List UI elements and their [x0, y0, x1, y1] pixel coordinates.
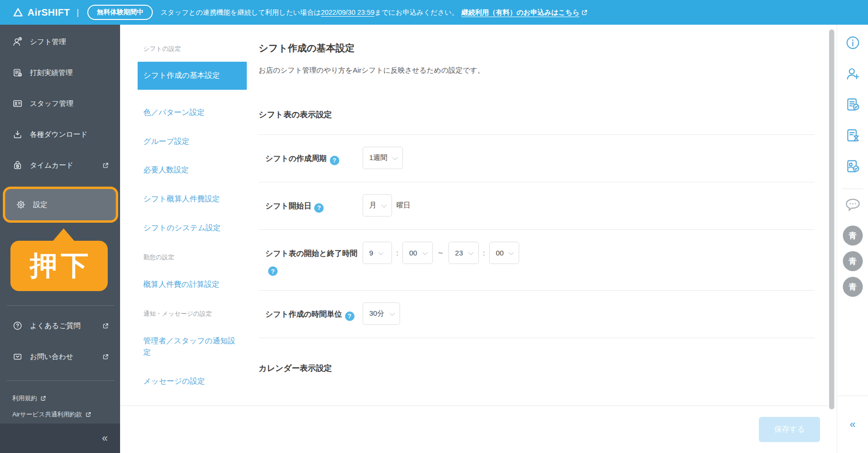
nav-item-group[interactable]: グループ設定 [138, 136, 247, 148]
air-common-terms-link-label: Airサービス共通利用約款 [12, 410, 82, 419]
nav-item-notification-settings[interactable]: 管理者／スタッフの通知設定 [138, 335, 247, 359]
right-rail: 青 青 青 « [837, 25, 868, 453]
chevron-down-icon [378, 249, 383, 255]
nav-section-notifications: 通知・メッセージの設定 [138, 310, 247, 318]
section-heading-shift-display: シフト表の表示設定 [259, 109, 814, 120]
shift-confirm-button[interactable] [843, 95, 862, 114]
rail-collapse-button[interactable]: « [849, 419, 855, 430]
nav-item-color-pattern[interactable]: 色／パターン設定 [138, 107, 247, 119]
sidebar-item-faq[interactable]: よくあるご質問 [7, 316, 114, 335]
start-day-suffix: 曜日 [396, 201, 411, 210]
staff-avatar[interactable]: 青 [843, 251, 863, 271]
notice-suffix: までにお申込みください。 [374, 8, 458, 17]
sidebar-item-settings[interactable]: 設定 [10, 195, 112, 214]
sidebar-item-shift-management[interactable]: シフト管理 [7, 32, 114, 51]
end-hour-select[interactable]: 23 [448, 242, 479, 264]
external-link-icon [85, 412, 91, 417]
external-link-icon [103, 162, 109, 169]
paid-signup-link-label: 継続利用（有料）のお申込みはこちら [461, 8, 579, 17]
form-row-time-unit: シフト作成の時間単位? 30分 [259, 290, 814, 338]
sidebar-item-staff-management[interactable]: スタッフ管理 [7, 94, 114, 113]
time-colon: : [483, 249, 485, 257]
sidebar-item-label: 打刻実績管理 [30, 68, 73, 77]
info-icon [845, 35, 861, 51]
sidebar-item-contact[interactable]: お問い合わせ [7, 347, 114, 366]
save-button[interactable]: 保存する [759, 417, 820, 442]
sidebar-item-label: タイムカード [30, 161, 74, 170]
chevron-down-icon [389, 311, 394, 316]
start-day-value: 月 [369, 201, 376, 210]
notice-prefix: スタッフとの連携機能を継続して利用したい場合は [160, 8, 321, 17]
document-check-icon [845, 96, 861, 113]
help-icon[interactable]: ? [268, 266, 278, 276]
paid-signup-link[interactable]: 継続利用（有料）のお申込みはこちら [461, 8, 588, 17]
row-label: シフト開始日? [265, 194, 363, 214]
nav-item-shift-basic-settings[interactable]: シフト作成の基本設定 [138, 62, 247, 90]
person-clock-icon [12, 37, 23, 47]
form-divider [259, 338, 814, 338]
sidebar-item-label: 設定 [33, 200, 47, 209]
start-minute-value: 00 [409, 249, 417, 257]
sidebar-item-downloads[interactable]: 各種ダウンロード [7, 125, 114, 144]
air-triangle-logo-icon [12, 7, 24, 18]
nav-item-required-staff[interactable]: 必要人数設定 [138, 164, 247, 176]
chevron-down-icon [509, 249, 514, 255]
id-card-icon [12, 98, 23, 109]
external-link-icon [581, 9, 588, 16]
help-icon[interactable]: ? [345, 311, 355, 321]
end-minute-select[interactable]: 00 [489, 242, 520, 264]
card-person-check-icon [845, 158, 861, 174]
trial-badge: 無料体験期間中 [87, 5, 153, 20]
settings-nav: シフトの設定 シフト作成の基本設定 色／パターン設定 グループ設定 必要人数設定… [120, 25, 255, 453]
sidebar-item-time-record[interactable]: 打刻実績管理 [7, 63, 114, 82]
timecard-lock-icon [12, 160, 23, 170]
airshift-app: AirSHIFT | 無料体験期間中 スタッフとの連携機能を継続して利用したい場… [0, 0, 868, 453]
end-minute-value: 00 [496, 249, 504, 257]
end-hour-value: 23 [455, 249, 463, 257]
start-day-select[interactable]: 月 [363, 194, 392, 217]
terms-link[interactable]: 利用規約 [12, 394, 108, 403]
gear-icon [16, 199, 26, 210]
topbar: AirSHIFT | 無料体験期間中 スタッフとの連携機能を継続して利用したい場… [0, 0, 868, 25]
info-button[interactable] [843, 33, 862, 52]
staff-status-button[interactable] [843, 157, 862, 176]
shift-cycle-select[interactable]: 1週間 [363, 147, 403, 169]
nav-item-shift-system[interactable]: シフトのシステム設定 [138, 222, 247, 234]
press-callout: 押下 [10, 241, 108, 291]
external-link-icon [103, 354, 109, 360]
nav-item-labor-cost-estimate[interactable]: シフト概算人件費設定 [138, 193, 247, 205]
row-label-text: シフトの作成周期 [265, 154, 327, 162]
chevron-down-icon [422, 249, 428, 255]
chat-button[interactable] [843, 195, 862, 214]
question-circle-icon [12, 321, 23, 331]
help-icon[interactable]: ? [314, 203, 324, 213]
chevron-down-icon [392, 154, 398, 160]
download-icon [12, 129, 23, 140]
add-staff-button[interactable] [843, 64, 862, 83]
sidebar-footer: « [0, 424, 120, 453]
air-common-terms-link[interactable]: Airサービス共通利用約款 [12, 410, 108, 419]
shift-pending-button[interactable] [843, 126, 862, 145]
person-add-icon [845, 66, 861, 82]
form-row-shift-cycle: シフトの作成周期? 1週間 [259, 134, 814, 182]
sidebar-item-timecard[interactable]: タイムカード [7, 156, 114, 175]
notice-deadline: 2022/09/30 23:59 [321, 9, 374, 16]
time-unit-select[interactable]: 30分 [363, 302, 400, 325]
start-minute-select[interactable]: 00 [402, 242, 433, 264]
staff-avatar[interactable]: 青 [843, 277, 863, 297]
sidebar-collapse-button[interactable]: « [102, 433, 108, 444]
sidebar-item-label: よくあるご質問 [30, 321, 81, 330]
nav-item-labor-cost-calc[interactable]: 概算人件費の計算設定 [138, 279, 247, 291]
staff-avatar[interactable]: 青 [843, 226, 863, 245]
row-label-text: シフト表の開始と終了時間 [265, 249, 357, 257]
help-icon[interactable]: ? [330, 156, 339, 165]
main-scrollbar[interactable] [829, 29, 834, 409]
time-unit-value: 30分 [369, 309, 384, 318]
row-label-text: シフト開始日 [265, 202, 311, 210]
nav-item-message-settings[interactable]: メッセージの設定 [138, 376, 247, 387]
brand-logo[interactable]: AirSHIFT [12, 7, 70, 18]
sidebar-divider [7, 380, 114, 381]
start-hour-value: 9 [369, 249, 373, 257]
start-hour-select[interactable]: 9 [363, 242, 392, 264]
terms-link-label: 利用規約 [12, 394, 37, 403]
